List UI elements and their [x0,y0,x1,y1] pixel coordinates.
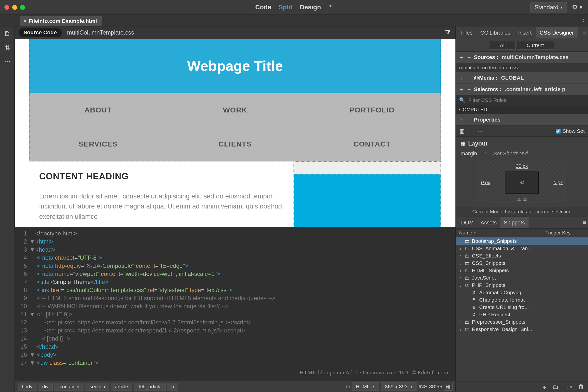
code-line[interactable]: 10 <!-- WARNING: Respond.js doesn't work… [15,302,456,310]
code-line[interactable]: 11▼ <!--[if lt IE 9]> [15,310,456,318]
snippet-folder[interactable]: ›🗀HTML_Snippets [456,267,588,274]
live-preview-icon[interactable]: ▦ [444,383,452,390]
preview-nav-item[interactable]: WORK [166,93,304,127]
add-icon[interactable]: ＋ [459,74,463,82]
more-icon[interactable]: ⋯ [4,58,10,66]
code-line[interactable]: 14 <![endif]--> [15,334,456,342]
snippet-file[interactable]: 🗎Create URL slug fro... [456,304,588,311]
panel-tab[interactable]: Snippets [500,217,528,228]
col-name[interactable]: Name ↑ [459,230,545,236]
code-line[interactable]: 13 <script src="https://oss.maxcdn.com/r… [15,326,456,334]
col-trigger[interactable]: Trigger Key [545,230,584,236]
margin-right-value[interactable]: 0 px [554,180,563,186]
box-model-widget[interactable]: 30 px 0 px 0 px 15 px ⟲ [478,162,566,203]
remove-icon[interactable]: － [466,116,470,124]
panel-menu-icon[interactable]: ≡ [583,30,586,36]
panel-tab[interactable]: CSS Designer [536,27,578,38]
panel-tab[interactable]: CC Libraries [477,27,514,38]
remove-icon[interactable]: － [466,86,470,93]
preview-nav-item[interactable]: ABOUT [30,93,166,127]
margin-top-value[interactable]: 30 px [516,164,528,169]
snippet-folder[interactable]: ›🗀Responsive_Design_Sni... [456,326,588,333]
view-dropdown-icon[interactable]: ▼ [328,4,333,11]
snippet-file[interactable]: 🗎Automatic Copyrig... [456,289,588,296]
text-category-icon[interactable]: T [469,128,473,134]
source-code-pill[interactable]: Source Code [18,28,62,37]
set-shorthand[interactable]: Set Shorthand [493,150,528,157]
sources-accordion[interactable]: ＋ － Sources : multiColumnTemplate.css [456,52,588,63]
margin-left-value[interactable]: 0 px [481,180,490,186]
code-line[interactable]: 4 <meta charset="UTF-8"> [15,254,456,262]
link-values-icon[interactable]: ⟲ [505,172,539,194]
media-accordion[interactable]: ＋ － @Media : GLOBAL [456,72,588,84]
breadcrumb-item[interactable]: .container [54,383,84,391]
code-line[interactable]: 12 <script src="https://oss.maxcdn.com/h… [15,318,456,326]
code-line[interactable]: 2▼<html> [15,238,456,246]
selectors-accordion[interactable]: ＋ － Selectors : .container .left_article… [456,84,588,95]
view-design[interactable]: Design [300,4,321,11]
delete-icon[interactable]: 🗑 [578,384,584,390]
filter-all[interactable]: All [490,41,516,50]
snippet-folder[interactable]: ›🗀JavaScript [456,274,588,282]
margin-bottom-value[interactable]: 15 px [516,197,527,202]
more-category-icon[interactable]: ⋯ [477,128,483,134]
breadcrumb-item[interactable]: section [86,383,109,391]
show-set-checkbox[interactable] [556,128,560,134]
code-line[interactable]: 1<!doctype html> [15,229,456,238]
code-line[interactable]: 8 <link href="css/multiColumnTemplate.cs… [15,286,456,294]
tab-overflow-icon[interactable]: » [582,17,584,24]
computed-header[interactable]: COMPUTED [456,105,588,114]
layout-category-icon[interactable]: ▦ [459,128,465,134]
workspace-dropdown[interactable]: Standard ▼ [530,2,568,12]
panel-tab[interactable]: Assets [477,217,500,228]
add-icon[interactable]: ＋ [459,86,463,93]
snippets-tree[interactable]: ›🗀Bootstrap_Snippets›🗀CSS_Animation_&_Tr… [456,238,588,381]
minimize-icon[interactable] [12,5,17,10]
language-select[interactable]: HTML▼ [352,382,379,391]
preview-nav-item[interactable]: SERVICES [30,127,166,161]
snippet-folder[interactable]: ›🗀Preprocessor_Snippets [456,318,588,326]
code-line[interactable]: 16▼ <body> [15,350,456,359]
document-tab[interactable]: ✕ FileInfo.com Example.html [20,16,102,26]
sync-settings-icon[interactable]: ⚙✦ [572,3,584,11]
filter-icon[interactable]: ⧩ [445,29,450,36]
snippet-file[interactable]: 🗎PHP Redirect [456,311,588,318]
live-preview[interactable]: Webpage Title ABOUTWORKPORTFOLIOSERVICES… [15,39,456,227]
code-line[interactable]: 7 <title>Simple Theme</title> [15,278,456,286]
code-line[interactable]: 15 </head> [15,342,456,350]
code-view[interactable]: 1<!doctype html>2▼<html>3▼<head>4 <meta … [15,227,456,381]
snippet-folder[interactable]: ›🗀CSS_Snippets [456,260,588,267]
panel-tab[interactable]: Files [458,27,476,38]
snippet-folder[interactable]: ›🗀CSS_Effects [456,252,588,260]
remove-icon[interactable]: － [466,54,470,61]
manage-sites-icon[interactable]: ⇅ [5,44,10,52]
breadcrumb-item[interactable]: article [111,383,132,391]
breadcrumb-item[interactable]: div [38,383,53,391]
insert-snippet-icon[interactable]: ↳ [542,384,546,390]
status-ok-icon[interactable]: ⊘ [346,384,350,390]
filter-css-input[interactable]: 🔍 Filter CSS Rules [456,95,588,105]
code-line[interactable]: 6 <meta name="viewport" content="width=d… [15,270,456,278]
panel-menu-icon[interactable]: ≡ [583,220,586,226]
snippet-file[interactable]: 🗎Change date format [456,296,588,304]
code-line[interactable]: 3▼<head> [15,246,456,254]
insert-mode[interactable]: INS [418,384,428,390]
related-file[interactable]: multiColumnTemplate.css [67,29,134,36]
file-icon[interactable]: 🗎 [4,30,10,38]
add-icon[interactable]: ＋ [459,116,463,124]
new-snippet-folder-icon[interactable]: 🗀 [552,384,558,390]
breadcrumb-item[interactable]: p [167,383,178,391]
code-line[interactable]: 9 <!-- HTML5 shim and Respond.js for IE8… [15,294,456,302]
breadcrumb-item[interactable]: .left_article [134,383,166,391]
preview-nav-item[interactable]: CLIENTS [166,127,304,161]
code-line[interactable]: 17▼ <div class="container"> [15,359,456,367]
breadcrumb-item[interactable]: body [18,383,36,391]
sources-item[interactable]: multiColumnTemplate.css [456,63,588,72]
snippet-folder[interactable]: ›🗀CSS_Animation_&_Tran... [456,245,588,252]
add-icon[interactable]: ＋ [459,54,463,61]
code-line[interactable]: 5 <meta http-equiv="X-UA-Compatible" con… [15,262,456,270]
snippet-folder[interactable]: ⌄🗁PHP_Snippets [456,282,588,289]
preview-nav-item[interactable]: CONTACT [304,127,440,161]
snippet-folder[interactable]: ›🗀Bootstrap_Snippets [456,238,588,245]
preview-nav-item[interactable]: PORTFOLIO [304,93,440,127]
